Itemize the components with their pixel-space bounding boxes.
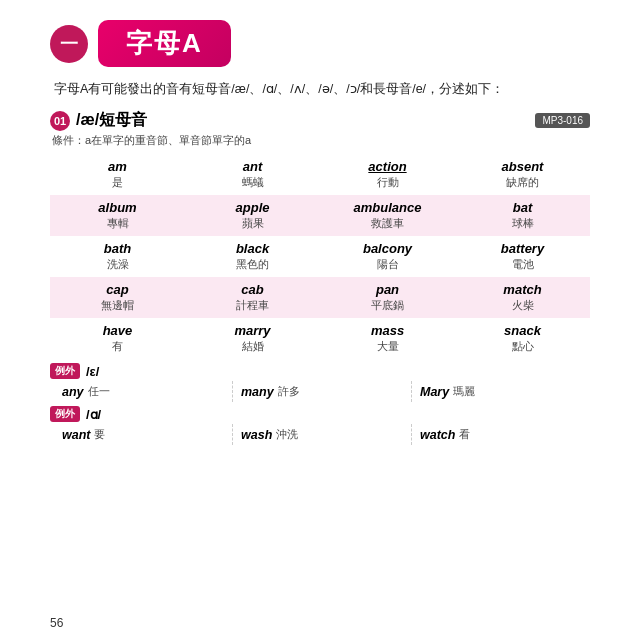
ex-en: any bbox=[62, 385, 84, 399]
exception1-word-1: any 任一 bbox=[54, 381, 233, 402]
word-zh: 是 bbox=[112, 175, 123, 190]
ex-zh: 要 bbox=[94, 427, 105, 442]
section1-title: /æ/短母音 bbox=[76, 110, 147, 131]
exception1-badge: 例外 bbox=[50, 363, 80, 379]
exception1-words: any 任一 many 許多 Mary 瑪麗 bbox=[54, 381, 590, 402]
word-cell: pan 平底鍋 bbox=[320, 277, 455, 318]
word-en: apple bbox=[236, 200, 270, 215]
intro-text: 字母A有可能發出的音有短母音/æ/、/ɑ/、/ʌ/、/ə/、/ɔ/和長母音/e/… bbox=[54, 79, 590, 100]
ex-en: want bbox=[62, 428, 90, 442]
word-cell: apple 蘋果 bbox=[185, 195, 320, 236]
section1-header: 01 /æ/短母音 MP3-016 bbox=[50, 110, 590, 131]
word-en: black bbox=[236, 241, 269, 256]
word-zh: 球棒 bbox=[512, 216, 534, 231]
word-en: match bbox=[503, 282, 541, 297]
word-cell: action 行動 bbox=[320, 154, 455, 195]
ex-zh: 瑪麗 bbox=[453, 384, 475, 399]
word-zh: 救護車 bbox=[371, 216, 404, 231]
word-cell: marry 結婚 bbox=[185, 318, 320, 359]
page: 一 字母A 字母A有可能發出的音有短母音/æ/、/ɑ/、/ʌ/、/ə/、/ɔ/和… bbox=[0, 0, 640, 640]
exception1-header: 例外 /ε/ bbox=[50, 363, 590, 379]
exception2-badge: 例外 bbox=[50, 406, 80, 422]
word-en: cab bbox=[241, 282, 263, 297]
ex-en: many bbox=[241, 385, 274, 399]
word-zh: 專輯 bbox=[107, 216, 129, 231]
word-en: bath bbox=[104, 241, 131, 256]
ex-zh: 許多 bbox=[278, 384, 300, 399]
word-cell: bat 球棒 bbox=[455, 195, 590, 236]
exception2-phonetic: /ɑ/ bbox=[86, 407, 101, 422]
word-en: snack bbox=[504, 323, 541, 338]
word-cell: mass 大量 bbox=[320, 318, 455, 359]
word-zh: 無邊帽 bbox=[101, 298, 134, 313]
word-en: have bbox=[103, 323, 133, 338]
word-cell: album 專輯 bbox=[50, 195, 185, 236]
word-en: album bbox=[98, 200, 136, 215]
ex-en: Mary bbox=[420, 385, 449, 399]
word-en: battery bbox=[501, 241, 544, 256]
word-row-4: cap 無邊帽 cab 計程車 pan 平底鍋 match 火柴 bbox=[50, 277, 590, 318]
word-zh: 黑色的 bbox=[236, 257, 269, 272]
word-grid: am 是 ant 螞蟻 action 行動 absent 缺席的 album 專… bbox=[50, 154, 590, 359]
word-zh: 缺席的 bbox=[506, 175, 539, 190]
section1-label: 01 /æ/短母音 bbox=[50, 110, 147, 131]
word-cell: have 有 bbox=[50, 318, 185, 359]
word-zh: 點心 bbox=[512, 339, 534, 354]
word-zh: 平底鍋 bbox=[371, 298, 404, 313]
chapter-title: 字母A bbox=[98, 20, 231, 67]
word-cell: cab 計程車 bbox=[185, 277, 320, 318]
word-cell: snack 點心 bbox=[455, 318, 590, 359]
word-en: pan bbox=[376, 282, 399, 297]
ex-zh: 任一 bbox=[88, 384, 110, 399]
word-en: action bbox=[368, 159, 406, 174]
word-cell: absent 缺席的 bbox=[455, 154, 590, 195]
word-en: ambulance bbox=[354, 200, 422, 215]
word-row-2: album 專輯 apple 蘋果 ambulance 救護車 bat 球棒 bbox=[50, 195, 590, 236]
ex-en: watch bbox=[420, 428, 455, 442]
word-zh: 電池 bbox=[512, 257, 534, 272]
word-en: bat bbox=[513, 200, 533, 215]
word-cell: battery 電池 bbox=[455, 236, 590, 277]
exception2-header: 例外 /ɑ/ bbox=[50, 406, 590, 422]
word-en: balcony bbox=[363, 241, 412, 256]
exception1-word-3: Mary 瑪麗 bbox=[412, 381, 590, 402]
word-en: ant bbox=[243, 159, 263, 174]
word-cell: ant 螞蟻 bbox=[185, 154, 320, 195]
exception2-word-2: wash 沖洗 bbox=[233, 424, 412, 445]
exception1-word-2: many 許多 bbox=[233, 381, 412, 402]
word-cell: black 黑色的 bbox=[185, 236, 320, 277]
word-en: marry bbox=[234, 323, 270, 338]
word-en: mass bbox=[371, 323, 404, 338]
word-zh: 洗澡 bbox=[107, 257, 129, 272]
word-cell: bath 洗澡 bbox=[50, 236, 185, 277]
word-zh: 大量 bbox=[377, 339, 399, 354]
word-zh: 陽台 bbox=[377, 257, 399, 272]
word-row-3: bath 洗澡 black 黑色的 balcony 陽台 battery 電池 bbox=[50, 236, 590, 277]
exception2-word-1: want 要 bbox=[54, 424, 233, 445]
ex-zh: 沖洗 bbox=[276, 427, 298, 442]
word-cell: cap 無邊帽 bbox=[50, 277, 185, 318]
word-cell: ambulance 救護車 bbox=[320, 195, 455, 236]
chapter-badge: 一 bbox=[50, 25, 88, 63]
word-en: am bbox=[108, 159, 127, 174]
word-zh: 螞蟻 bbox=[242, 175, 264, 190]
ex-zh: 看 bbox=[459, 427, 470, 442]
word-zh: 結婚 bbox=[242, 339, 264, 354]
ex-en: wash bbox=[241, 428, 272, 442]
exception2-word-3: watch 看 bbox=[412, 424, 590, 445]
word-en: cap bbox=[106, 282, 128, 297]
word-row-1: am 是 ant 螞蟻 action 行動 absent 缺席的 bbox=[50, 154, 590, 195]
word-row-5: have 有 marry 結婚 mass 大量 snack 點心 bbox=[50, 318, 590, 359]
exception1-phonetic: /ε/ bbox=[86, 364, 99, 379]
word-zh: 有 bbox=[112, 339, 123, 354]
word-en: absent bbox=[502, 159, 544, 174]
page-number: 56 bbox=[50, 616, 63, 630]
mp3-badge: MP3-016 bbox=[535, 113, 590, 128]
condition-text: 條件：a在單字的重音節、單音節單字的a bbox=[52, 133, 590, 148]
chapter-header: 一 字母A bbox=[50, 20, 590, 67]
word-zh: 計程車 bbox=[236, 298, 269, 313]
word-cell: am 是 bbox=[50, 154, 185, 195]
word-zh: 火柴 bbox=[512, 298, 534, 313]
word-cell: match 火柴 bbox=[455, 277, 590, 318]
word-cell: balcony 陽台 bbox=[320, 236, 455, 277]
